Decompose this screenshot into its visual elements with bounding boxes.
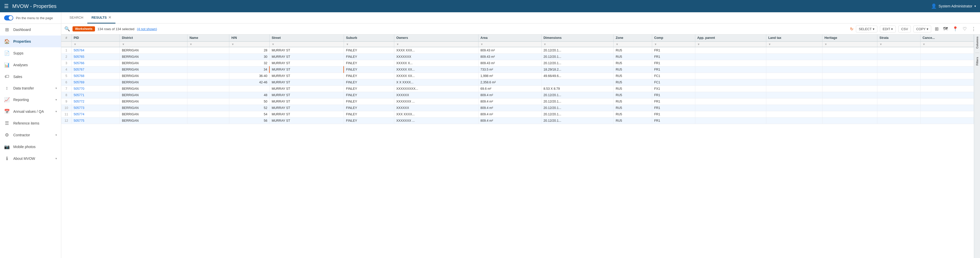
table-row[interactable]: 1505764BERRIGAN28MURRAY STFINLEYXXXX XXX…: [61, 47, 974, 54]
refresh-button[interactable]: ↻: [850, 27, 853, 32]
col-filter-heritage[interactable]: ▼: [822, 42, 877, 47]
table-row[interactable]: 9505772BERRIGAN50MURRAY STFINLEYXXXXXXX …: [61, 98, 974, 105]
table-row[interactable]: 4505767BERRIGAN34MURRAY STFINLEYXXXXX XX…: [61, 66, 974, 73]
filter-icon-hn[interactable]: ▼: [231, 43, 234, 46]
filter-icon-dimensions[interactable]: ▼: [544, 43, 546, 46]
pin-menu-toggle[interactable]: [4, 15, 13, 21]
heart-icon-btn[interactable]: ♡: [962, 25, 968, 33]
user-chevron-icon[interactable]: ▾: [974, 4, 976, 8]
cell-pid[interactable]: 505769: [72, 79, 120, 86]
table-row[interactable]: 10505773BERRIGAN52MURRAY STFINLEYXXXXXX8…: [61, 105, 974, 111]
filter-icon-zone[interactable]: ▼: [616, 43, 619, 46]
col-filter-area[interactable]: ▼: [478, 42, 541, 47]
table-row[interactable]: 2505765BERRIGAN30MURRAY STFINLEYXXXXXXX8…: [61, 54, 974, 60]
col-filter-district[interactable]: ▼: [120, 42, 188, 47]
table-row[interactable]: 8505771BERRIGAN48MURRAY STFINLEYXXXXXX80…: [61, 92, 974, 98]
cell-owners: XXXXX XX...: [394, 73, 478, 79]
tab-results[interactable]: RESULTS✕: [88, 12, 115, 24]
content-area: SEARCHRESULTS✕ 🔍 Worksheets 134 rows of …: [61, 12, 980, 258]
filter-icon-pid[interactable]: ▼: [74, 43, 76, 46]
col-filter-pid[interactable]: ▼: [72, 42, 120, 47]
filter-icon-heritage[interactable]: ▼: [824, 43, 827, 46]
sidebar-item-reference-items[interactable]: ☰ Reference items: [0, 117, 61, 129]
csv-button[interactable]: CSV: [898, 26, 911, 32]
col-filter-suburb[interactable]: ▼: [344, 42, 394, 47]
sidebar-item-about-mvow[interactable]: ℹ About MVOW ▾: [0, 153, 61, 164]
col-header-hn: H/N: [229, 35, 270, 42]
cell-pid[interactable]: 505774: [72, 111, 120, 118]
cell-pid[interactable]: 505767: [72, 66, 120, 73]
not-shown-link[interactable]: (4 not shown): [137, 27, 157, 31]
filter-icon-suburb[interactable]: ▼: [346, 43, 349, 46]
col-filter-hn[interactable]: ▼: [229, 42, 270, 47]
map-outline-icon-btn[interactable]: 🗺: [942, 25, 949, 33]
sidebar-item-properties[interactable]: 🏠 Properties: [0, 35, 61, 47]
col-filter-comp[interactable]: ▼: [652, 42, 695, 47]
sidebar: Pin the menu to the page ⊞ Dashboard 🏠 P…: [0, 12, 61, 258]
edit-button[interactable]: EDIT ▾: [880, 26, 896, 32]
col-filter-dimensions[interactable]: ▼: [541, 42, 614, 47]
sidebar-item-contractor[interactable]: ⚙ Contractor ▾: [0, 129, 61, 141]
tab-search[interactable]: SEARCH: [65, 12, 88, 24]
sidebar-item-data-transfer[interactable]: ↕ Data transfer ▾: [0, 82, 61, 94]
worksheets-badge[interactable]: Worksheets: [73, 26, 95, 32]
col-filter-owners[interactable]: ▼: [394, 42, 478, 47]
sidebar-item-dashboard[interactable]: ⊞ Dashboard: [0, 24, 61, 35]
cell-pid[interactable]: 505771: [72, 92, 120, 98]
cell-owners: XXXXXX: [394, 92, 478, 98]
cell-pid[interactable]: 505768: [72, 73, 120, 79]
filter-icon-owners[interactable]: ▼: [396, 43, 399, 46]
cell-pid[interactable]: 505765: [72, 54, 120, 60]
filter-icon-district[interactable]: ▼: [122, 43, 125, 46]
col-filter-cance[interactable]: ▼: [920, 42, 974, 47]
tab-close-results[interactable]: ✕: [108, 15, 111, 19]
search-icon[interactable]: 🔍: [64, 26, 70, 32]
more-options-icon[interactable]: ⋮: [970, 25, 977, 33]
cell-area: 809.4 m²: [478, 105, 541, 111]
hamburger-icon[interactable]: ☰: [4, 3, 9, 9]
group-icon-btn[interactable]: ⊞: [934, 25, 940, 33]
col-filter-street[interactable]: ▼: [269, 42, 344, 47]
filter-icon-land_tax[interactable]: ▼: [768, 43, 771, 46]
table-row[interactable]: 3505766BERRIGAN32MURRAY STFINLEYXXXXX X.…: [61, 60, 974, 66]
col-label-comp: Comp: [654, 36, 663, 40]
cell-pid[interactable]: 505773: [72, 105, 120, 111]
sidebar-item-supps[interactable]: 📄 Supps: [0, 47, 61, 59]
sidebar-item-mobile-photos[interactable]: 📷 Mobile photos: [0, 141, 61, 153]
sidebar-item-analyses[interactable]: 📊 Analyses: [0, 59, 61, 71]
col-filter-name[interactable]: ▼: [188, 42, 229, 47]
cell-zone: RU5: [614, 73, 652, 79]
sidebar-toggle-label: Pin the menu to the page: [16, 16, 53, 20]
filter-icon-cance[interactable]: ▼: [923, 43, 925, 46]
filters-panel-label[interactable]: Filters: [976, 57, 979, 66]
filter-icon-app_parent[interactable]: ▼: [697, 43, 700, 46]
select-button[interactable]: SELECT ▾: [856, 26, 877, 32]
cell-pid[interactable]: 505772: [72, 98, 120, 105]
cell-suburb: FINLEY: [344, 54, 394, 60]
table-row[interactable]: 11505774BERRIGAN54MURRAY STFINLEYXXX XXX…: [61, 111, 974, 118]
copy-button[interactable]: COPY ▾: [913, 26, 931, 32]
table-row[interactable]: 12505775BERRIGAN56MURRAY STFINLEYXXXXXXX…: [61, 118, 974, 124]
col-filter-num[interactable]: [61, 42, 72, 47]
sidebar-item-reporting[interactable]: 📈 Reporting ▾: [0, 94, 61, 106]
col-filter-land_tax[interactable]: ▼: [766, 42, 822, 47]
table-row[interactable]: 5505768BERRIGAN36-40MURRAY STFINLEYXXXXX…: [61, 73, 974, 79]
filter-icon-area[interactable]: ▼: [480, 43, 484, 46]
columns-panel-label[interactable]: Columns: [976, 37, 979, 48]
cell-pid[interactable]: 505764: [72, 47, 120, 54]
filter-icon-strata[interactable]: ▼: [880, 43, 882, 46]
filter-icon-comp[interactable]: ▼: [654, 43, 657, 46]
table-row[interactable]: 7505770BERRIGANMURRAY STFINLEYXXXXXXXXX.…: [61, 86, 974, 92]
cell-pid[interactable]: 505766: [72, 60, 120, 66]
col-filter-zone[interactable]: ▼: [614, 42, 652, 47]
col-filter-app_parent[interactable]: ▼: [695, 42, 766, 47]
sidebar-item-sales[interactable]: 🏷 Sales: [0, 71, 61, 82]
col-filter-strata[interactable]: ▼: [877, 42, 921, 47]
filter-icon-name[interactable]: ▼: [189, 43, 192, 46]
map-pin-icon-btn[interactable]: 📍: [951, 25, 959, 33]
cell-pid[interactable]: 505775: [72, 118, 120, 124]
cell-pid[interactable]: 505770: [72, 86, 120, 92]
sidebar-item-annual-values[interactable]: 📅 Annual values / QA ▾: [0, 106, 61, 117]
filter-icon-street[interactable]: ▼: [272, 43, 275, 46]
table-row[interactable]: 6505769BERRIGAN42-46MURRAY STFINLEYX X X…: [61, 79, 974, 86]
